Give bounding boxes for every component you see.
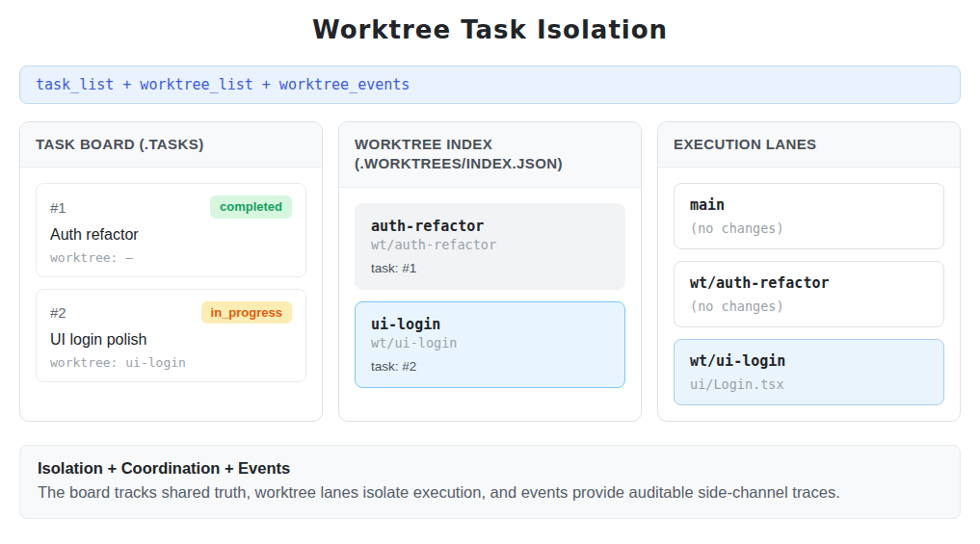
task-card-1: #1 completed Auth refactor worktree: – — [36, 183, 306, 277]
lane-card-wt-auth-refactor: wt/auth-refactor (no changes) — [674, 261, 944, 327]
task-title: UI login polish — [50, 331, 292, 349]
panel-worktree-index: WORKTREE INDEX (.WORKTREES/INDEX.JSON) a… — [338, 121, 642, 422]
summary-panel: Isolation + Coordination + Events The bo… — [19, 445, 961, 519]
lane-name: wt/ui-login — [690, 352, 928, 370]
lane-detail: (no changes) — [690, 220, 928, 236]
lane-name: main — [690, 196, 928, 214]
task-card-2-top: #2 in_progress — [50, 301, 292, 324]
panel-task-board: TASK BOARD (.TASKS) #1 completed Auth re… — [19, 121, 323, 422]
lane-card-wt-ui-login: wt/ui-login ui/Login.tsx — [674, 339, 944, 405]
status-badge: in_progress — [201, 301, 292, 324]
task-worktree: worktree: ui-login — [50, 355, 292, 370]
page-title: Worktree Task Isolation — [19, 15, 961, 44]
status-badge: completed — [210, 195, 292, 219]
worktree-card-auth-refactor: auth-refactor wt/auth-refactor task: #1 — [355, 203, 625, 290]
task-card-2: #2 in_progress UI login polish worktree:… — [36, 289, 306, 383]
worktree-path: wt/auth-refactor — [371, 237, 609, 252]
panel-task-board-body: #1 completed Auth refactor worktree: – #… — [20, 168, 322, 398]
summary-body: The board tracks shared truth, worktree … — [38, 481, 942, 505]
worktree-path: wt/ui-login — [371, 335, 609, 350]
lane-name: wt/auth-refactor — [690, 274, 928, 292]
worktree-name: ui-login — [371, 316, 609, 333]
panel-row: TASK BOARD (.TASKS) #1 completed Auth re… — [19, 121, 961, 422]
task-id: #1 — [50, 199, 66, 216]
lane-card-main: main (no changes) — [674, 183, 944, 249]
task-id: #2 — [50, 304, 66, 321]
summary-heading: Isolation + Coordination + Events — [38, 459, 942, 478]
lane-detail: ui/Login.tsx — [690, 376, 928, 392]
worktree-task-ref: task: #2 — [371, 359, 609, 374]
worktree-task-ref: task: #1 — [371, 261, 609, 275]
page: Worktree Task Isolation task_list + work… — [0, 0, 980, 538]
panel-execution-lanes-header: EXECUTION LANES — [658, 122, 960, 168]
panel-execution-lanes-body: main (no changes) wt/auth-refactor (no c… — [658, 168, 960, 421]
panel-execution-lanes: EXECUTION LANES main (no changes) wt/aut… — [657, 121, 961, 422]
tools-banner: task_list + worktree_list + worktree_eve… — [19, 65, 961, 104]
task-card-1-top: #1 completed — [50, 195, 292, 219]
panel-task-board-header: TASK BOARD (.TASKS) — [20, 122, 322, 168]
worktree-card-ui-login: ui-login wt/ui-login task: #2 — [355, 301, 625, 388]
task-title: Auth refactor — [50, 226, 292, 244]
panel-worktree-index-header: WORKTREE INDEX (.WORKTREES/INDEX.JSON) — [339, 122, 641, 188]
task-worktree: worktree: – — [50, 250, 292, 265]
worktree-name: auth-refactor — [371, 218, 609, 235]
panel-worktree-index-body: auth-refactor wt/auth-refactor task: #1 … — [339, 188, 641, 403]
tools-banner-text: task_list + worktree_list + worktree_eve… — [36, 76, 410, 93]
lane-detail: (no changes) — [690, 298, 928, 314]
